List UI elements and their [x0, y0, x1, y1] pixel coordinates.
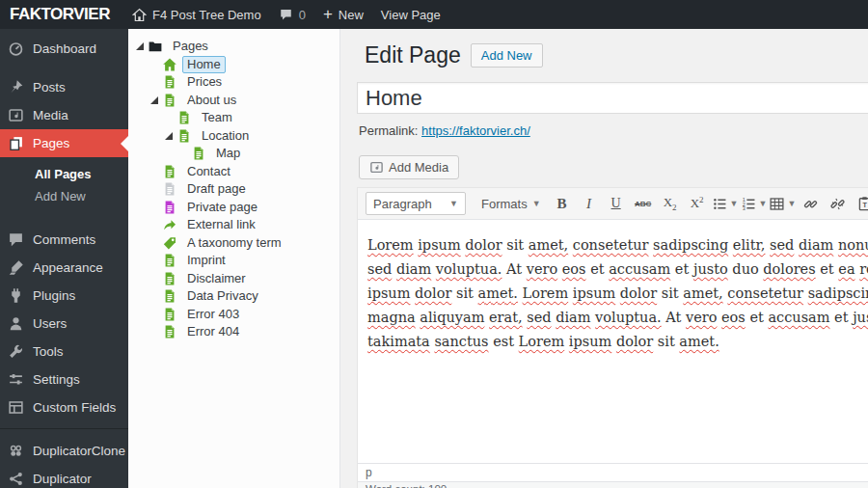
paste-as-text-button[interactable]: T [852, 191, 868, 216]
editor-paragraph: Lorem ipsum dolor sit amet, consetetur s… [367, 233, 868, 354]
sidebar-item-settings[interactable]: Settings [0, 366, 128, 393]
page-icon [162, 74, 177, 90]
sidebar-item-tools[interactable]: Tools [0, 338, 128, 366]
sidebar-item-label: DuplicatorClone [33, 444, 125, 458]
tree-item-label: Private page [182, 199, 262, 216]
pin-icon [8, 79, 24, 95]
submenu-item-add-new[interactable]: Add New [0, 185, 128, 207]
sidebar-item-custom-fields[interactable]: Custom Fields [0, 393, 128, 421]
permalink-link[interactable]: https://faktorvier.ch/ [421, 123, 530, 138]
sidebar-item-label: Duplicator [33, 472, 92, 486]
edit-page-main: Edit Page Add New Permalink: https://fak… [340, 29, 868, 488]
tree-item-map[interactable]: Map [136, 145, 336, 163]
sidebar-item-pages[interactable]: Pages [0, 129, 128, 157]
tree-item-about-us[interactable]: About us [136, 92, 336, 110]
formats-dropdown[interactable]: Formats ▼ [474, 197, 549, 211]
tree-item-label: Data Privacy [182, 287, 263, 305]
page-title: Edit Page [365, 42, 461, 68]
sidebar-item-duplicator[interactable]: Duplicator [0, 465, 128, 488]
sidebar-item-posts[interactable]: Posts [0, 73, 128, 101]
page-icon [162, 164, 177, 179]
table-button[interactable]: ▼ [769, 191, 796, 216]
menu-separator [0, 63, 128, 73]
remove-link-button[interactable] [825, 191, 850, 216]
tree-item-pages[interactable]: Pages [136, 38, 336, 56]
insert-link-button[interactable] [798, 191, 823, 216]
new-menu[interactable]: + New [314, 0, 372, 29]
sidebar-item-plugins[interactable]: Plugins [0, 282, 128, 310]
sidebar-item-comments[interactable]: Comments [0, 226, 128, 254]
tree-item-home[interactable]: Home [136, 56, 336, 74]
superscript-button[interactable]: X2 [685, 191, 710, 216]
tree-item-contact[interactable]: Contact [136, 163, 336, 181]
editor-content-area[interactable]: Lorem ipsum dolor sit amet, consetetur s… [358, 220, 868, 463]
permalink-row: Permalink: https://faktorvier.ch/ [359, 123, 868, 138]
add-new-button[interactable]: Add New [471, 43, 543, 68]
tree-item-label: Contact [182, 163, 235, 180]
menu-separator [0, 215, 128, 226]
paragraph-format-select[interactable]: Paragraph ▼ [366, 192, 466, 215]
tree-item-location[interactable]: Location [136, 127, 336, 146]
sidebar-item-label: Comments [33, 232, 95, 247]
comments-count: 0 [299, 8, 306, 22]
sidebar-item-users[interactable]: Users [0, 310, 128, 338]
view-page-link[interactable]: View Page [372, 0, 449, 29]
word-count-value: 100 [428, 483, 447, 488]
subscript-button[interactable]: X2 [658, 191, 683, 216]
media-icon [369, 160, 384, 175]
sidebar-item-duplicatorclone[interactable]: DuplicatorClone [0, 437, 128, 465]
italic-button[interactable]: I [577, 191, 602, 216]
permalink-label: Permalink: [359, 123, 418, 138]
post-title-input[interactable] [357, 82, 868, 114]
tree-item-external-link[interactable]: External link [136, 216, 336, 234]
tree-item-label: A taxonomy term [182, 234, 286, 252]
admin-menu: DashboardPostsMediaPagesAll PagesAdd New… [0, 29, 128, 488]
sidebar-item-label: Appearance [33, 260, 103, 275]
numbered-list-button[interactable]: 123▼ [741, 191, 768, 216]
pages-submenu: All PagesAdd New [0, 157, 128, 215]
sidebar-item-appearance[interactable]: Appearance [0, 254, 128, 282]
svg-text:T: T [862, 201, 867, 209]
comments-menu[interactable]: 0 [270, 0, 314, 29]
sidebar-item-label: Media [33, 108, 68, 122]
site-menu[interactable]: F4 Post Tree Demo [123, 0, 270, 29]
appearance-icon [8, 259, 24, 276]
dashboard-icon [8, 41, 24, 57]
tree-item-draft-page[interactable]: Draft page [136, 180, 336, 199]
tree-item-prices[interactable]: Prices [136, 73, 336, 92]
tree-item-disclaimer[interactable]: Disclaimer [136, 270, 336, 288]
tree-item-error-404[interactable]: Error 404 [136, 323, 336, 341]
strikethrough-button[interactable]: ABC [631, 191, 656, 216]
page-icon [191, 146, 206, 161]
private-page-icon [162, 200, 177, 215]
home-icon [162, 57, 177, 72]
add-media-button[interactable]: Add Media [359, 155, 459, 179]
svg-text:3: 3 [742, 205, 745, 211]
sidebar-item-dashboard[interactable]: Dashboard [0, 35, 128, 63]
tree-item-error-403[interactable]: Error 403 [136, 306, 336, 324]
new-label: New [339, 8, 364, 22]
underline-button[interactable]: U [604, 191, 629, 216]
tree-item-imprint[interactable]: Imprint [136, 252, 336, 270]
submenu-item-all-pages[interactable]: All Pages [0, 163, 128, 185]
tree-expander-icon[interactable] [150, 96, 162, 104]
bulleted-list-button[interactable]: ▼ [712, 191, 739, 216]
home-icon [132, 8, 147, 22]
sidebar-item-media[interactable]: Media [0, 101, 128, 129]
plus-icon: + [323, 6, 333, 22]
tree-expander-icon[interactable] [165, 132, 176, 140]
folder-icon [148, 39, 163, 54]
taxonomy-tag-icon [162, 235, 177, 251]
tree-item-data-privacy[interactable]: Data Privacy [136, 287, 336, 306]
tree-item-label: Pages [168, 38, 213, 55]
page-icon [162, 288, 177, 304]
page-icon [176, 110, 192, 125]
tree-expander-icon[interactable] [136, 42, 148, 50]
word-count-bar: Word count: 100 [358, 481, 868, 488]
page-icon [162, 271, 177, 286]
tree-item-private-page[interactable]: Private page [136, 199, 336, 217]
tree-item-a-taxonomy-term[interactable]: A taxonomy term [136, 234, 336, 253]
tree-item-team[interactable]: Team [136, 109, 336, 127]
bold-button[interactable]: B [550, 191, 575, 216]
word-count-label: Word count: [366, 483, 425, 488]
